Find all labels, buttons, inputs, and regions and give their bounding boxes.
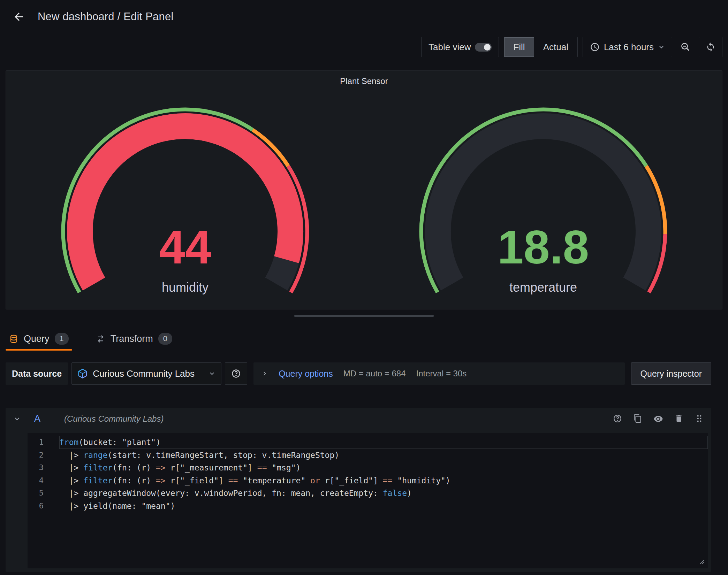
query-bar: Data source Curious Community Labs bbox=[6, 362, 711, 385]
toggle-knob bbox=[484, 44, 491, 51]
editor-resize-handle[interactable] bbox=[697, 557, 705, 566]
datasource-help-button[interactable] bbox=[225, 362, 247, 385]
query-options-strip: Query options MD = auto = 684 Interval =… bbox=[253, 362, 624, 385]
code-line[interactable]: |> filter(fn: (r) => r["_measurement"] =… bbox=[59, 461, 708, 474]
arrow-left-icon bbox=[13, 10, 25, 23]
toggle-switch[interactable] bbox=[475, 43, 492, 52]
flux-code-editor[interactable]: 123456 from(bucket: "plant") |> range(st… bbox=[28, 433, 708, 568]
query-row-header[interactable]: A (Curious Community Labs) bbox=[6, 408, 711, 430]
line-number: 4 bbox=[28, 474, 44, 487]
interval-text: Interval = 30s bbox=[416, 369, 467, 378]
line-number: 3 bbox=[28, 461, 44, 474]
zoom-out-button[interactable] bbox=[677, 37, 694, 57]
gauge-value: 44 bbox=[159, 221, 211, 274]
transform-icon bbox=[96, 334, 105, 344]
code-line[interactable]: |> range(start: v.timeRangeStart, stop: … bbox=[59, 449, 708, 462]
toggle-visibility-button[interactable] bbox=[653, 414, 663, 424]
gauge-label: humidity bbox=[161, 280, 208, 294]
page-title: New dashboard / Edit Panel bbox=[38, 10, 174, 23]
help-circle-icon bbox=[231, 369, 241, 378]
top-bar: New dashboard / Edit Panel bbox=[0, 0, 728, 24]
help-circle-icon bbox=[613, 414, 622, 424]
code-line[interactable]: |> aggregateWindow(every: v.windowPeriod… bbox=[59, 487, 708, 500]
delete-query-button[interactable] bbox=[674, 414, 683, 424]
query-row-actions bbox=[613, 414, 704, 424]
collapse-chevron-icon[interactable] bbox=[13, 415, 21, 423]
transform-count-badge: 0 bbox=[158, 333, 172, 345]
line-number: 6 bbox=[28, 500, 44, 513]
refresh-icon bbox=[706, 42, 715, 52]
clock-icon bbox=[590, 42, 600, 52]
query-options-link[interactable]: Query options bbox=[279, 369, 333, 379]
duplicate-query-button[interactable] bbox=[633, 414, 642, 424]
tab-transform[interactable]: Transform 0 bbox=[92, 327, 176, 351]
influxdb-logo-icon bbox=[77, 368, 88, 379]
copy-icon bbox=[633, 414, 642, 424]
magnifier-minus-icon bbox=[680, 42, 691, 52]
query-datasource-hint: (Curious Community Labs) bbox=[64, 414, 164, 424]
line-number: 1 bbox=[28, 436, 44, 449]
panel-toolbar: Table view Fill Actual Last 6 hours bbox=[421, 37, 722, 57]
back-button[interactable] bbox=[11, 9, 26, 24]
actual-button[interactable]: Actual bbox=[534, 37, 577, 57]
chevron-right-icon[interactable] bbox=[261, 370, 268, 377]
editor-tabs: Query 1 Transform 0 bbox=[6, 327, 711, 351]
table-view-toggle[interactable]: Table view bbox=[421, 37, 499, 57]
query-editor-card: A (Curious Community Labs) bbox=[6, 408, 711, 572]
trash-icon bbox=[674, 414, 683, 424]
drag-handle[interactable] bbox=[695, 414, 704, 424]
tab-transform-label: Transform bbox=[111, 334, 153, 344]
code-lines: from(bucket: "plant") |> range(start: v.… bbox=[44, 436, 708, 568]
fill-button[interactable]: Fill bbox=[504, 37, 534, 57]
query-inspector-button[interactable]: Query inspector bbox=[631, 362, 711, 385]
gauge-temperature: 18.8temperature bbox=[364, 94, 722, 303]
line-number: 5 bbox=[28, 487, 44, 500]
refresh-button[interactable] bbox=[699, 37, 722, 57]
gauges-row: 44humidity 18.8temperature bbox=[6, 94, 722, 303]
active-tab-underline bbox=[6, 349, 72, 351]
line-number: 2 bbox=[28, 449, 44, 462]
gauge-value: 18.8 bbox=[497, 221, 589, 274]
database-icon bbox=[9, 334, 18, 344]
panel-resize-handle[interactable] bbox=[294, 315, 434, 317]
gauge-label: temperature bbox=[509, 280, 577, 294]
chevron-down-icon bbox=[658, 44, 665, 51]
gauge-svg: 44humidity bbox=[49, 94, 321, 303]
gauge-humidity: 44humidity bbox=[6, 94, 364, 303]
query-help-button[interactable] bbox=[613, 414, 622, 424]
code-gutter: 123456 bbox=[28, 436, 44, 568]
table-view-label: Table view bbox=[429, 42, 471, 53]
display-mode-group: Fill Actual bbox=[504, 37, 577, 57]
code-line[interactable]: |> yield(name: "mean") bbox=[59, 500, 708, 513]
chevron-down-icon bbox=[208, 370, 215, 377]
gauge-svg: 18.8temperature bbox=[407, 94, 679, 303]
time-range-label: Last 6 hours bbox=[604, 42, 654, 53]
query-ref-id: A bbox=[34, 413, 40, 424]
panel-preview: Plant Sensor 44humidity 18.8temperature bbox=[6, 70, 722, 309]
code-line[interactable]: from(bucket: "plant") bbox=[59, 436, 708, 449]
tab-query-label: Query bbox=[24, 334, 50, 344]
tab-query[interactable]: Query 1 bbox=[6, 327, 72, 351]
eye-icon bbox=[653, 414, 663, 424]
drag-handle-icon bbox=[695, 414, 704, 424]
max-datapoints-text: MD = auto = 684 bbox=[343, 369, 406, 378]
datasource-name: Curious Community Labs bbox=[93, 368, 204, 379]
code-line[interactable]: |> filter(fn: (r) => r["_field"] == "tem… bbox=[59, 474, 708, 487]
datasource-picker[interactable]: Curious Community Labs bbox=[71, 362, 221, 385]
datasource-label: Data source bbox=[6, 362, 68, 385]
grafana-edit-panel: New dashboard / Edit Panel Table view Fi… bbox=[0, 0, 728, 575]
panel-title: Plant Sensor bbox=[6, 71, 722, 86]
time-range-picker[interactable]: Last 6 hours bbox=[583, 37, 672, 57]
query-count-badge: 1 bbox=[55, 333, 69, 345]
